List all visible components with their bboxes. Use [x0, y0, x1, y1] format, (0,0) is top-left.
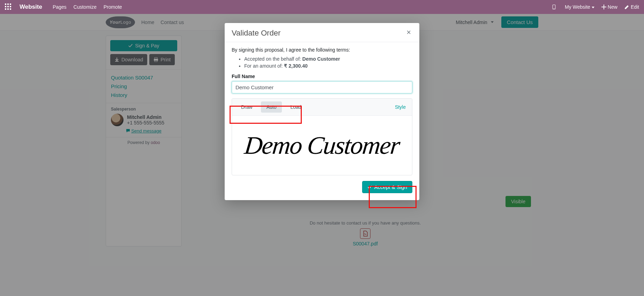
full-name-label: Full Name	[232, 74, 412, 79]
svg-rect-12	[601, 7, 606, 7]
svg-rect-8	[10, 8, 11, 10]
svg-rect-5	[10, 6, 11, 7]
app-topbar: Website Pages Customize Promote My Websi…	[0, 0, 644, 14]
my-website-dropdown[interactable]: My Website	[565, 4, 594, 10]
svg-rect-2	[10, 3, 11, 5]
svg-rect-6	[5, 8, 6, 10]
svg-rect-1	[7, 3, 9, 5]
svg-rect-4	[7, 6, 9, 7]
close-icon[interactable]: ×	[405, 29, 412, 36]
tab-auto[interactable]: Auto	[261, 101, 282, 113]
accept-and-sign-button[interactable]: Accept & Sign	[362, 181, 412, 193]
signature-style-button[interactable]: Style	[395, 104, 409, 110]
terms-intro: By signing this proposal, I agree to the…	[232, 47, 412, 53]
signature-preview: Demo Customer	[243, 133, 401, 158]
edit-button[interactable]: Edit	[624, 4, 639, 10]
tab-draw[interactable]: Draw	[235, 101, 258, 113]
modal-title: Validate Order	[232, 29, 280, 38]
full-name-input[interactable]	[232, 81, 412, 93]
term-behalf: Accepted on the behalf of: Demo Customer	[244, 56, 412, 62]
nav-promote[interactable]: Promote	[104, 4, 122, 10]
new-button[interactable]: New	[601, 4, 617, 10]
nav-customize[interactable]: Customize	[74, 4, 97, 10]
signature-canvas[interactable]: Demo Customer	[232, 116, 412, 175]
svg-rect-0	[5, 3, 6, 5]
nav-pages[interactable]: Pages	[53, 4, 67, 10]
mobile-preview-icon[interactable]	[552, 4, 558, 10]
app-name: Website	[20, 3, 42, 10]
validate-order-modal: Validate Order × By signing this proposa…	[225, 23, 419, 200]
apps-icon[interactable]	[5, 3, 11, 11]
svg-rect-3	[5, 6, 6, 7]
tab-load[interactable]: Load	[285, 101, 307, 113]
svg-rect-7	[7, 8, 9, 10]
term-amount: For an amount of: ₹ 2,300.40	[244, 63, 412, 69]
signature-panel: Draw Auto Load Style Demo Customer	[232, 98, 412, 175]
